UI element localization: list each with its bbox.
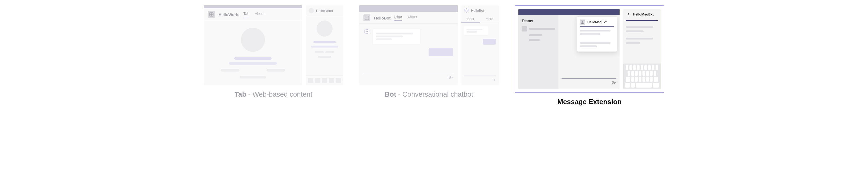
avatar-icon (309, 8, 314, 14)
tab-content-area (204, 20, 302, 85)
sidebar-subitem[interactable] (529, 39, 555, 41)
key[interactable] (629, 65, 632, 70)
key[interactable] (633, 65, 636, 70)
subheading-placeholder (229, 62, 277, 65)
panel-message-extension: Teams (515, 5, 664, 106)
mobile-title: HelloMsgExt (633, 12, 654, 16)
result-placeholder[interactable] (626, 38, 653, 40)
text-placeholder (529, 34, 542, 36)
caption-strong: Bot (385, 90, 396, 98)
text-placeholder (529, 39, 540, 41)
key[interactable] (654, 71, 656, 76)
key[interactable] (635, 77, 638, 82)
back-icon[interactable] (626, 12, 631, 17)
tab-tab[interactable]: Tab (243, 11, 249, 17)
key[interactable] (643, 77, 645, 82)
window-titlebar (518, 9, 620, 15)
svg-point-11 (467, 10, 468, 11)
text-placeholder (466, 31, 477, 32)
nav-item[interactable] (322, 78, 327, 83)
key[interactable] (639, 77, 642, 82)
text-placeholder (466, 29, 483, 30)
result-placeholder[interactable] (626, 26, 653, 28)
text-placeholder (267, 69, 285, 72)
tab-about[interactable]: About (254, 11, 265, 17)
key[interactable] (639, 71, 642, 76)
tab-desktop-window: HelloWorld Tab About (204, 5, 302, 85)
key[interactable] (631, 71, 634, 76)
caption-tab: Tab - Web-based content (235, 90, 312, 99)
mobile-chat-content (461, 23, 499, 85)
key[interactable] (650, 71, 653, 76)
key[interactable] (650, 77, 653, 82)
result-placeholder[interactable] (580, 42, 611, 44)
key[interactable] (631, 83, 635, 88)
key[interactable] (631, 77, 634, 82)
mobile-title: HelloBot (471, 8, 484, 13)
key[interactable] (654, 77, 658, 82)
app-title: HelloWorld (219, 12, 240, 17)
key[interactable] (643, 71, 645, 76)
key[interactable] (652, 65, 654, 70)
key[interactable] (626, 77, 630, 82)
svg-marker-6 (365, 29, 369, 34)
send-icon[interactable] (493, 78, 496, 83)
key[interactable] (635, 71, 638, 76)
mext-desktop-window: Teams (518, 9, 620, 89)
nav-item[interactable] (315, 78, 320, 83)
key[interactable] (648, 65, 651, 70)
sidebar-subitem[interactable] (529, 34, 555, 36)
mext-layout: Teams (518, 15, 620, 89)
text-placeholder (221, 69, 239, 72)
key[interactable] (644, 65, 647, 70)
sidebar-item[interactable] (522, 26, 555, 31)
user-message-bubble (483, 39, 496, 45)
mobile-header: HelloWorld (306, 5, 343, 16)
compose-box[interactable] (561, 78, 616, 86)
svg-point-7 (366, 31, 366, 32)
mobile-nav-bar (306, 76, 343, 85)
mobile-tab-strip: Chat More (461, 16, 499, 23)
bot-message-bubble (372, 29, 421, 44)
result-placeholder[interactable] (580, 45, 597, 47)
compose-box[interactable] (364, 73, 453, 81)
result-placeholder[interactable] (580, 33, 600, 35)
bot-message-bubble (464, 26, 488, 35)
mobile-tab-more[interactable]: More (480, 16, 499, 23)
key-space[interactable] (636, 83, 652, 88)
text-placeholder (311, 46, 338, 48)
text-placeholder (318, 56, 331, 58)
mobile-title: HelloWorld (316, 9, 333, 13)
teams-sidebar: Teams (518, 15, 558, 89)
mobile-tab-chat[interactable]: Chat (461, 16, 480, 23)
key[interactable] (646, 77, 649, 82)
tab-chat[interactable]: Chat (394, 15, 402, 21)
key[interactable] (637, 65, 640, 70)
send-icon[interactable] (612, 81, 616, 86)
key[interactable] (626, 65, 628, 70)
compose-box[interactable] (464, 76, 496, 83)
tab-about[interactable]: About (407, 15, 417, 21)
key[interactable] (641, 65, 643, 70)
nav-item[interactable] (336, 78, 341, 83)
result-placeholder[interactable] (580, 30, 611, 31)
svg-marker-9 (465, 8, 468, 13)
key[interactable] (646, 71, 649, 76)
text-placeholder (376, 39, 392, 40)
key[interactable] (653, 83, 659, 88)
nav-item[interactable] (329, 78, 334, 83)
send-icon[interactable] (448, 75, 453, 81)
mext-main-area: HelloMsgExt (558, 15, 620, 89)
nav-item[interactable] (308, 78, 313, 83)
key[interactable] (627, 71, 630, 76)
result-placeholder[interactable] (626, 42, 640, 44)
team-avatar-icon (522, 26, 527, 31)
result-placeholder[interactable] (626, 30, 644, 32)
mobile-keyboard (623, 64, 660, 89)
key[interactable] (625, 83, 630, 88)
text-placeholder (315, 51, 324, 53)
key[interactable] (655, 65, 658, 70)
mext-popover: HelloMsgExt (577, 17, 617, 52)
svg-point-8 (367, 31, 368, 32)
popover-header: HelloMsgExt (580, 20, 614, 25)
